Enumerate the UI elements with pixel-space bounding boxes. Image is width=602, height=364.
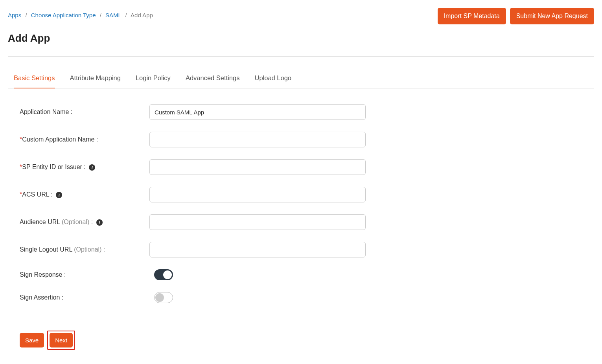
breadcrumb-sep: / <box>125 12 127 18</box>
sign-assertion-label: Sign Assertion : <box>20 294 149 301</box>
tab-advanced-settings[interactable]: Advanced Settings <box>186 70 240 88</box>
sign-response-toggle[interactable] <box>154 269 173 280</box>
page-title: Add App <box>8 32 594 44</box>
tab-upload-logo[interactable]: Upload Logo <box>254 70 291 88</box>
divider <box>8 56 594 57</box>
acs-url-input[interactable] <box>149 187 366 202</box>
breadcrumb-apps[interactable]: Apps <box>8 12 21 18</box>
breadcrumb-current: Add App <box>131 12 153 18</box>
breadcrumb-choose-type[interactable]: Choose Application Type <box>31 12 96 18</box>
tab-attribute-mapping[interactable]: Attribute Mapping <box>70 70 121 88</box>
sign-response-label: Sign Response : <box>20 271 149 278</box>
custom-application-name-label: *Custom Application Name : <box>20 136 149 143</box>
breadcrumb-sep: / <box>100 12 101 18</box>
toggle-knob <box>155 293 164 302</box>
application-name-input[interactable] <box>149 104 366 120</box>
breadcrumb-sep: / <box>25 12 27 18</box>
info-icon[interactable]: i <box>96 219 103 226</box>
info-icon[interactable]: i <box>89 164 95 171</box>
next-button[interactable]: Next <box>50 333 73 347</box>
sp-entity-id-label: *SP Entity ID or Issuer : i <box>20 164 149 171</box>
audience-url-input[interactable] <box>149 214 366 230</box>
breadcrumb: Apps / Choose Application Type / SAML / … <box>8 8 153 18</box>
submit-new-app-request-button[interactable]: Submit New App Request <box>510 8 594 24</box>
next-button-highlight: Next <box>47 331 75 350</box>
application-name-label: Application Name : <box>20 108 149 116</box>
sign-assertion-toggle[interactable] <box>154 292 173 303</box>
audience-url-label: Audience URL (Optional) : i <box>20 219 149 226</box>
breadcrumb-saml[interactable]: SAML <box>105 12 121 18</box>
custom-application-name-input[interactable] <box>149 132 366 147</box>
info-icon[interactable]: i <box>56 192 62 198</box>
acs-url-label: *ACS URL : i <box>20 191 149 198</box>
toggle-knob <box>163 270 172 279</box>
single-logout-url-input[interactable] <box>149 242 366 257</box>
tabs: Basic Settings Attribute Mapping Login P… <box>8 70 594 88</box>
single-logout-url-label: Single Logout URL (Optional) : <box>20 246 149 253</box>
tab-basic-settings[interactable]: Basic Settings <box>14 70 55 88</box>
tab-login-policy[interactable]: Login Policy <box>136 70 171 88</box>
import-sp-metadata-button[interactable]: Import SP Metadata <box>438 8 506 24</box>
sp-entity-id-input[interactable] <box>149 159 366 175</box>
save-button[interactable]: Save <box>20 333 44 347</box>
